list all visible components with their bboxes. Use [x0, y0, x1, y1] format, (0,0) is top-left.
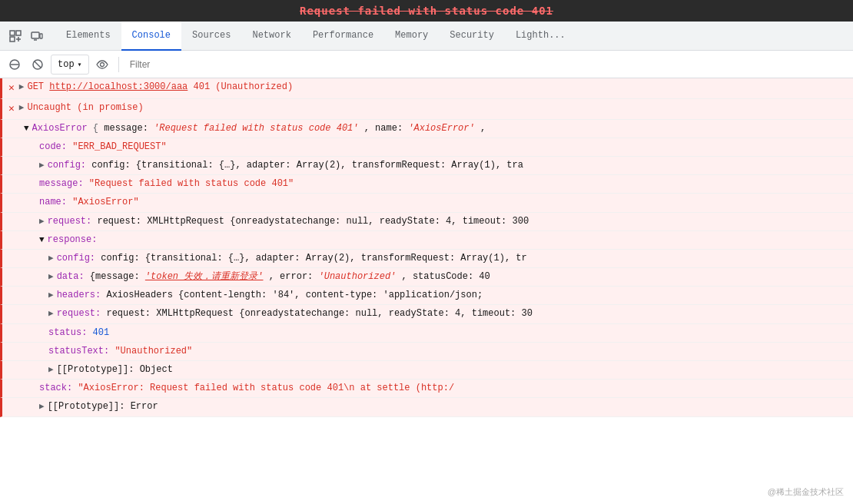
expand-icon-uncaught[interactable]: [19, 101, 25, 115]
config-key: config:: [48, 160, 92, 171]
console-row-resp-config: config: config: {transitional: {…}, adap…: [0, 250, 853, 268]
console-toolbar: top: [0, 51, 853, 78]
svg-rect-1: [16, 31, 21, 35]
code-key: code:: [39, 141, 72, 152]
expand-proto-obj[interactable]: [48, 363, 54, 377]
request-key: request:: [48, 216, 98, 227]
svg-point-12: [100, 62, 104, 66]
stack-val: "AxiosError: Request failed with status …: [78, 383, 454, 393]
context-label: top: [58, 59, 75, 70]
clear-console-button[interactable]: [5, 55, 25, 75]
name-val: "AxiosError": [72, 197, 138, 207]
statustext-key: statusText:: [48, 346, 115, 356]
context-selector[interactable]: top: [51, 55, 89, 75]
axioserror-label: AxiosError: [32, 123, 93, 134]
stack-key: stack:: [39, 383, 78, 393]
console-row-code: code: "ERR_BAD_REQUEST": [0, 138, 853, 157]
axioserror-message-val: 'Request failed with status code 401': [154, 123, 358, 134]
tab-sources[interactable]: Sources: [181, 22, 241, 51]
chevron-down-icon: [78, 59, 82, 70]
get-label: GET: [27, 81, 49, 92]
resp-request-val: request: XMLHttpRequest {onreadystatecha…: [106, 308, 533, 319]
error-icon-2: ✕: [8, 101, 15, 118]
console-row-response: response:: [0, 231, 853, 250]
get-url[interactable]: http://localhost:3000/aaa: [49, 81, 188, 92]
tab-performance[interactable]: Performance: [302, 22, 384, 51]
console-row-proto-object: [[Prototype]]: Object: [0, 361, 853, 380]
expand-response[interactable]: [39, 234, 45, 247]
title-bar: Request failed with status code 401: [0, 0, 853, 22]
tab-console[interactable]: Console: [121, 22, 181, 51]
expand-resp-request[interactable]: [48, 307, 54, 321]
message-key: message:: [39, 178, 89, 189]
data-message-val: 'token 失效，请重新登录': [145, 271, 264, 282]
svg-rect-0: [10, 31, 15, 35]
inspector-icon[interactable]: [6, 27, 25, 45]
expand-data[interactable]: [48, 270, 54, 284]
uncaught-text: Uncaught (in promise): [27, 102, 143, 113]
console-row-headers: headers: AxiosHeaders {content-length: '…: [0, 287, 853, 305]
tab-lighthouse[interactable]: Lighth...: [505, 22, 576, 51]
console-row-name: name: "AxiosError": [0, 194, 853, 212]
svg-rect-5: [32, 32, 39, 38]
watermark: @稀土掘金技术社区: [768, 486, 844, 498]
data-key: data:: [57, 271, 90, 282]
expand-config[interactable]: [39, 159, 45, 173]
console-row-uncaught: ✕ Uncaught (in promise): [0, 99, 853, 120]
block-icon[interactable]: [28, 55, 48, 75]
filter-input[interactable]: [125, 58, 848, 71]
data-brace: {message:: [90, 271, 145, 282]
proto-error-text: [[Prototype]]: Error: [48, 401, 158, 412]
axioserror-brace: {: [93, 123, 98, 134]
axioserror-name-part: , name:: [364, 123, 409, 134]
expand-headers[interactable]: [48, 289, 54, 303]
responsive-icon[interactable]: [28, 27, 46, 45]
console-row-get: ✕ GET http://localhost:3000/aaa 401 (Una…: [0, 78, 853, 99]
status-val: 401: [93, 327, 110, 338]
console-row-message: message: "Request failed with status cod…: [0, 175, 853, 194]
console-row-stack: stack: "AxiosError: Request failed with …: [0, 380, 853, 398]
console-row-statustext: statusText: "Unauthorized": [0, 343, 853, 361]
tab-network[interactable]: Network: [241, 22, 301, 51]
data-error-prefix: , error:: [269, 271, 319, 282]
console-row-resp-request: request: request: XMLHttpRequest {onread…: [0, 305, 853, 323]
tab-security[interactable]: Security: [439, 22, 505, 51]
response-key: response:: [48, 234, 98, 245]
get-status: 401 (Unauthorized): [194, 81, 294, 92]
headers-key: headers:: [57, 290, 107, 300]
svg-line-11: [35, 61, 41, 68]
statustext-val: "Unauthorized": [115, 346, 192, 356]
message-val: "Request failed with status code 401": [89, 178, 294, 189]
headers-val: AxiosHeaders {content-length: '84', cont…: [106, 290, 483, 300]
tab-bar: Elements Console Sources Network Perform…: [0, 22, 853, 51]
expand-request[interactable]: [39, 215, 45, 229]
console-row-proto-error: [[Prototype]]: Error: [0, 398, 853, 416]
title-text: Request failed with status code 401: [300, 5, 553, 17]
tab-memory[interactable]: Memory: [384, 22, 439, 51]
code-val: "ERR_BAD_REQUEST": [72, 141, 166, 152]
console-row-request: request: request: XMLHttpRequest {onread…: [0, 213, 853, 231]
tab-elements[interactable]: Elements: [55, 22, 121, 51]
expand-resp-config[interactable]: [48, 252, 54, 266]
console-row-config: config: config: {transitional: {…}, adap…: [0, 157, 853, 175]
svg-rect-6: [40, 34, 42, 38]
config-val: config: {transitional: {…}, adapter: Arr…: [91, 160, 523, 171]
axioserror-comma: ,: [480, 123, 486, 134]
toolbar-divider: [118, 57, 119, 72]
axioserror-message-key: message:: [104, 123, 154, 134]
expand-icon-get[interactable]: [19, 81, 25, 94]
console-row-status: status: 401: [0, 324, 853, 343]
data-error-val: 'Unauthorized': [318, 271, 396, 282]
resp-config-val: config: {transitional: {…}, adapter: Arr…: [101, 253, 527, 264]
error-icon: ✕: [8, 81, 15, 97]
axioserror-name-val: 'AxiosError': [408, 123, 474, 134]
resp-config-key: config:: [57, 253, 101, 264]
resp-request-key: request:: [57, 308, 107, 319]
console-row-data: data: {message: 'token 失效，请重新登录' , error…: [0, 268, 853, 287]
expand-proto-err[interactable]: [39, 400, 45, 414]
name-key: name:: [39, 197, 72, 207]
svg-rect-2: [10, 37, 15, 41]
expand-icon-axios[interactable]: [24, 122, 29, 136]
status-key: status:: [48, 327, 93, 338]
eye-icon[interactable]: [92, 55, 112, 75]
